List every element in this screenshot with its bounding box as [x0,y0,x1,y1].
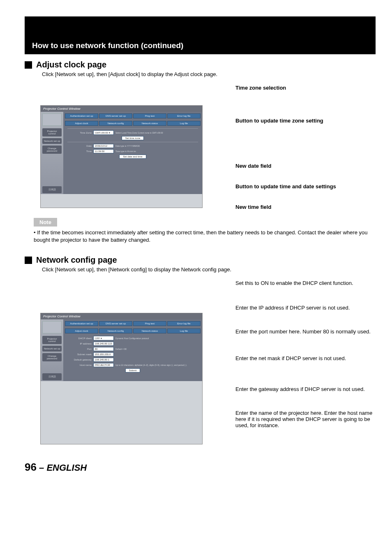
side-network-setup-2[interactable]: Network set up [42,346,62,352]
note-label: Note [34,218,57,227]
tab-dns-2[interactable]: DNS server set up [99,321,132,326]
tab-network-status[interactable]: Network status [133,121,166,126]
bullet-square-icon [25,257,32,264]
set-timezone-button[interactable]: Set time zone [122,136,144,140]
callout-tz-button: Button to update time zone setting [235,118,376,124]
section-adjust-clock: Adjust clock page [25,60,376,69]
callout-new-time: New time field [235,204,376,210]
tab-ping[interactable]: Ping test [133,113,166,118]
bullet-square-icon [25,61,32,69]
figure-adjust-clock: Projector Control Window Projector contr… [40,85,376,208]
side-projector-control-2[interactable]: Projector control [42,336,62,344]
tab-logfile[interactable]: Log file [167,121,201,126]
set-datetime-button[interactable]: Set date and time [119,155,146,159]
tab-network-status-2[interactable]: Network status [133,328,166,333]
tab-adjust-clock-2[interactable]: Adjust clock [65,328,98,333]
date-input[interactable]: 2006/10/12 [93,144,114,148]
port-label: Port [69,348,92,350]
dhcp-hint: Dynamic Host Configuration protocol [115,337,196,340]
section1-desc: Click [Network set up], then [Adjust clo… [42,71,376,77]
dhcp-select[interactable]: OFF ▾ [93,336,114,340]
ip-input[interactable]: 198.245.80.115 [93,342,114,346]
globe-icon [42,113,62,126]
tab-errorlog[interactable]: Error log file [167,113,201,118]
tab-auth-2[interactable]: Authentication set up [65,321,98,326]
note-text: If the time becomes incorrect immediatel… [34,229,376,244]
tz-select[interactable]: GMT+09:00 ▾ [93,130,114,135]
time-input[interactable]: 11:39:50 [93,149,114,153]
pcw-main: Authentication set up DNS server set up … [63,112,202,194]
tab-ping-2[interactable]: Ping test [133,321,166,326]
section-network-config: Network config page [25,255,376,265]
screenshot-network-config: Projector Control Window Projector contr… [40,313,203,444]
page-number: 96 [25,461,37,473]
time-hint: Time type is hh:mm:ss [115,150,196,153]
callout-new-date: New date field [235,163,376,169]
date-label: Date [69,145,92,147]
submit-button[interactable]: Submit [125,368,141,372]
tab-auth[interactable]: Authentication set up [65,113,98,118]
tab-errorlog-2[interactable]: Error log file [167,321,201,326]
side-change-password-2[interactable]: Change password [42,353,62,361]
callout-dt-button: Button to update time and date settings [235,183,376,190]
pcw-sidebar-2: Projector control Network set up Change … [41,319,63,381]
pcw-title-2: Projector Control Window [41,313,202,319]
side-change-password[interactable]: Change password [42,146,62,154]
side-japanese-2[interactable]: 日本語 [42,373,62,380]
host-input[interactable]: PROJECTOR [93,363,114,367]
page-footer: 96 – ENGLISH [25,461,376,474]
port-input[interactable]: 80 [93,347,114,351]
side-japanese[interactable]: 日本語 [42,186,62,193]
section2-title: Network config page [36,255,117,265]
globe-icon [42,321,62,333]
footer-lang: ENGLISH [46,462,87,473]
tab-adjust-clock[interactable]: Adjust clock [65,121,98,126]
time-label: Time [69,150,92,153]
callout-gw: Enter the gateway address if DHCP server… [235,386,376,392]
page-header: How to use network function (continued) [25,37,376,54]
tab-logfile-2[interactable]: Log file [167,328,201,333]
callout-dhcp: Set this to ON to enable the DHCP client… [235,280,376,286]
host-label: Host name [69,364,92,366]
tz-label: Time Zone [69,132,92,134]
callout-ip: Enter the IP address if DHCP server is n… [235,305,376,311]
section2-desc: Click [Network set up], then [Network co… [42,266,376,273]
callout-host: Enter the name of the projector here. En… [235,410,376,428]
ip-label: IP address [69,342,92,345]
pcw-main-2: Authentication set up DNS server set up … [63,319,202,381]
top-black-bar [25,16,376,37]
section1-title: Adjust clock page [36,60,106,69]
callout-tz-selection: Time zone selection [235,85,376,91]
pcw-sidebar: Projector control Network set up Change … [41,112,63,194]
mask-input[interactable]: 255.255.255.0 [93,352,114,356]
pcw-title: Projector Control Window [41,106,202,112]
host-hint: Up to 12 characters: alphabet (A–Z), dig… [115,364,196,366]
screenshot-adjust-clock: Projector Control Window Projector contr… [40,105,203,208]
footer-dash: – [39,462,44,473]
tab-dns[interactable]: DNS server set up [99,113,132,118]
callout-mask: Enter the net mask if DHCP server is not… [235,355,376,361]
gw-label: Default gateway [69,358,92,361]
side-projector-control[interactable]: Projector control [42,128,62,136]
date-hint: Date type is YYYY/MM/DD [115,145,196,147]
gw-input[interactable]: 198.245.80.1 [93,358,114,362]
tab-network-config-2[interactable]: Network config [99,328,132,333]
tab-network-config[interactable]: Network config [99,121,132,126]
side-network-setup[interactable]: Network set up [42,138,62,144]
figure-network-config: Projector Control Window Projector contr… [40,280,376,444]
mask-label: Subnet mask [69,353,92,356]
dhcp-label: DHCP client [69,337,92,340]
tz-hint: Select Local Time Zone Current zone is G… [115,132,196,134]
port-hint: Default = 80 [115,348,196,350]
callout-port: Enter the port number here. Number 80 is… [235,328,376,335]
